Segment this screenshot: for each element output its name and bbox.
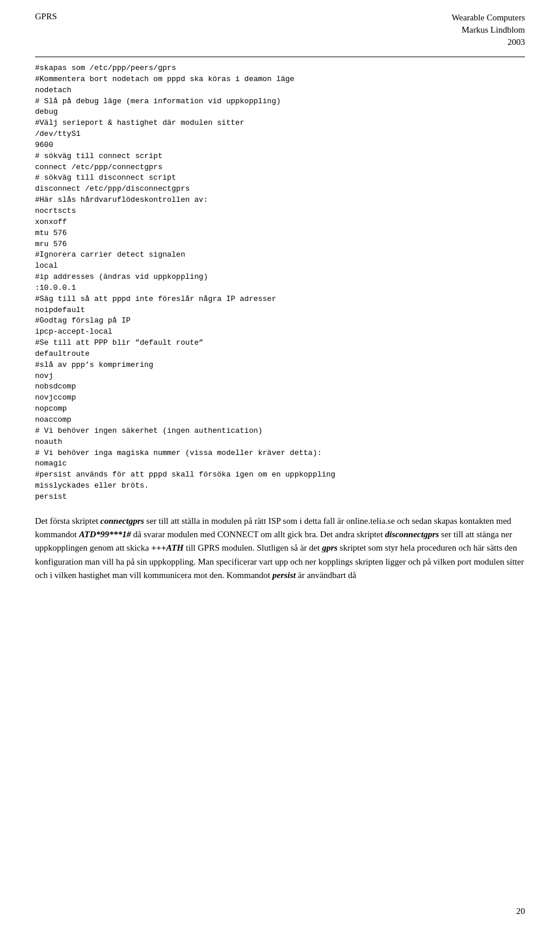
code-block: #skapas som /etc/ppp/peers/gprs #Komment… [35, 63, 525, 503]
header-title-left: GPRS [35, 12, 57, 22]
page-header: GPRS Wearable Computers Markus Lindblom … [35, 12, 525, 51]
header-author: Markus Lindblom [452, 24, 525, 36]
header-year: 2003 [452, 36, 525, 48]
prose-paragraph-1: Det första skriptet connectgprs ser till… [35, 514, 525, 582]
header-divider [35, 57, 525, 57]
header-title-right: Wearable Computers Markus Lindblom 2003 [452, 12, 525, 48]
header-course: Wearable Computers [452, 12, 525, 24]
page-number: 20 [516, 906, 525, 916]
page-container: GPRS Wearable Computers Markus Lindblom … [0, 0, 560, 928]
